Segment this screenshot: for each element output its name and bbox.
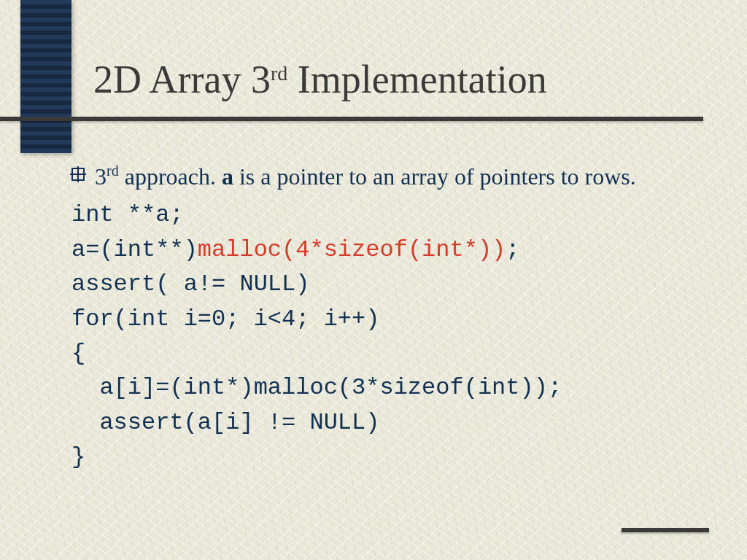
title-pre: 2D Array 3 (93, 58, 271, 101)
bullet-num: 3 (95, 163, 107, 190)
slide-body: 3rd approach. a is a pointer to an array… (71, 160, 703, 474)
title-post: Implementation (287, 58, 546, 101)
bullet-item: 3rd approach. a is a pointer to an array… (71, 160, 703, 193)
code-l2c: ; (506, 236, 519, 263)
bullet-rest: is a pointer to an array of pointers to … (233, 163, 636, 190)
code-l6: a[i]=(int*)malloc(3*sizeof(int)); (71, 370, 562, 405)
bullet-aftersup: approach. (119, 163, 222, 190)
bullet-sup: rd (107, 163, 119, 179)
bullet-var: a (222, 163, 233, 190)
slide-title: 2D Array 3rd Implementation (93, 60, 547, 99)
code-l1: int **a; (71, 201, 184, 228)
code-l7: assert(a[i] != NULL) (71, 405, 379, 440)
code-l8: } (71, 443, 85, 470)
bullet-text: 3rd approach. a is a pointer to an array… (95, 160, 703, 193)
footer-rule (622, 528, 709, 532)
code-l3: assert( a!= NULL) (71, 271, 309, 298)
title-sup: rd (271, 62, 287, 85)
slide: 2D Array 3rd Implementation 3rd approach… (0, 0, 747, 560)
code-l5: { (71, 340, 85, 367)
code-l2a: a=(int**) (71, 236, 198, 263)
code-l4: for(int i=0; i<4; i++) (71, 306, 379, 332)
hash-bullet-icon (71, 168, 85, 181)
bookmark-motif (20, 0, 71, 153)
code-block: int **a; a=(int**)malloc(4*sizeof(int*))… (71, 198, 703, 474)
code-l2b: malloc(4*sizeof(int*)) (198, 236, 506, 263)
title-rule (0, 117, 703, 121)
